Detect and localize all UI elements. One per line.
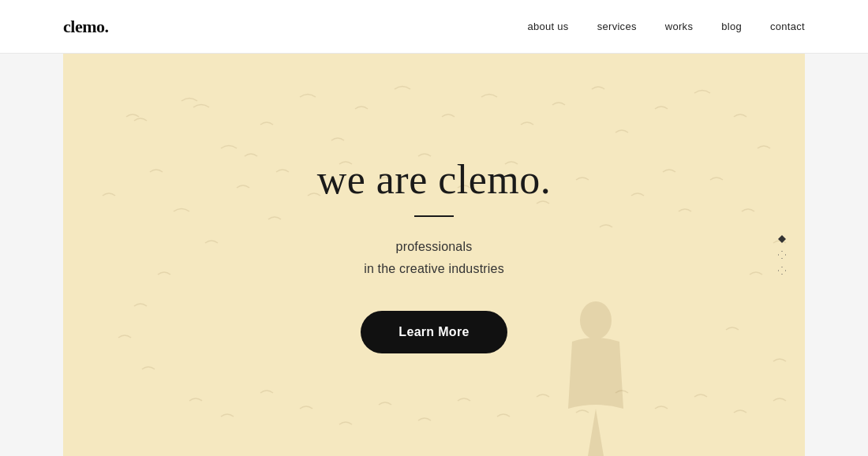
slide-indicator-3[interactable] xyxy=(778,267,786,275)
hero-title: we are clemo. xyxy=(317,156,552,203)
hero-subtitle: professionals in the creative industries xyxy=(317,236,552,278)
slide-indicators xyxy=(778,235,786,275)
slide-indicator-2[interactable] xyxy=(778,251,786,259)
hero-section: we are clemo. professionals in the creat… xyxy=(63,54,805,456)
hero-content: we are clemo. professionals in the creat… xyxy=(317,156,552,353)
main-nav: about us services works blog contact xyxy=(527,21,805,32)
learn-more-button[interactable]: Learn More xyxy=(361,311,507,353)
svg-point-0 xyxy=(580,301,612,339)
site-logo[interactable]: clemo. xyxy=(63,17,108,37)
figure-silhouette xyxy=(544,298,647,456)
nav-works[interactable]: works xyxy=(665,21,693,32)
nav-contact[interactable]: contact xyxy=(770,21,805,32)
nav-about-us[interactable]: about us xyxy=(527,21,568,32)
nav-blog[interactable]: blog xyxy=(721,21,742,32)
hero-wrapper: we are clemo. professionals in the creat… xyxy=(0,54,868,456)
slide-indicator-1[interactable] xyxy=(778,235,786,243)
site-header: clemo. about us services works blog cont… xyxy=(0,0,868,54)
nav-services[interactable]: services xyxy=(597,21,637,32)
hero-divider xyxy=(414,215,454,217)
